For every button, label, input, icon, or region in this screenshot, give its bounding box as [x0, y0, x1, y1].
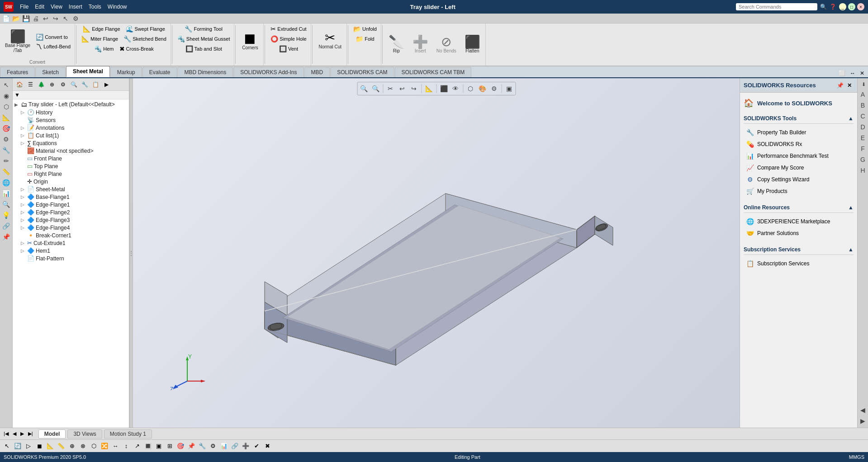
left-icon-11[interactable]: 🔍 [1, 199, 11, 209]
hem-button[interactable]: 🔩 Hem [92, 44, 116, 53]
bbt-17[interactable]: 🎯 [175, 441, 185, 451]
tab-sw-cam-tbm[interactable]: SOLIDWORKS CAM TBM [395, 67, 472, 77]
tab-mbd[interactable]: MBD [304, 67, 330, 77]
right-icon-9[interactable]: H [858, 165, 868, 175]
tree-item-sheet-metal[interactable]: ▷ 📄 Sheet-Metal [13, 185, 129, 193]
right-icon-8[interactable]: G [858, 155, 868, 165]
ft-filter[interactable]: 🔍 [69, 80, 79, 90]
qa-print[interactable]: 🖨 [32, 14, 40, 23]
bottom-tab-3d-views[interactable]: 3D Views [67, 429, 102, 438]
qa-options[interactable]: ⚙ [71, 14, 80, 23]
sketched-bend-button[interactable]: 🔧 Sketched Bend [121, 34, 169, 43]
vp-appearance[interactable]: 🎨 [477, 83, 488, 94]
right-icon-6[interactable]: E [858, 133, 868, 143]
tree-item-material[interactable]: 🧱 Material <not specified> [13, 147, 129, 155]
search-input[interactable] [736, 3, 817, 10]
menu-file[interactable]: File [17, 3, 31, 11]
cross-break-button[interactable]: ✖ Cross-Break [117, 44, 156, 53]
bbt-1[interactable]: ↖ [2, 441, 12, 451]
tab-sw-cam[interactable]: SOLIDWORKS CAM [330, 67, 394, 77]
tree-item-hem1[interactable]: ▷ 🔷 Hem1 [13, 247, 129, 255]
welcome-item[interactable]: 🏠 Welcome to SOLIDWORKS [744, 96, 854, 113]
tab-and-slot-button[interactable]: 🔲 Tab and Slot [183, 44, 224, 53]
close-button[interactable]: × [857, 3, 864, 10]
qa-save[interactable]: 💾 [22, 14, 30, 23]
minimize-button[interactable]: _ [839, 3, 846, 10]
bbt-14[interactable]: 🔳 [143, 441, 153, 451]
tab-evaluate[interactable]: Evaluate [142, 67, 177, 77]
vp-standard-views[interactable]: 📐 [423, 83, 434, 94]
bbt-23[interactable]: ➕ [241, 441, 251, 451]
vp-more[interactable]: ▣ [503, 83, 514, 94]
simple-hole-button[interactable]: ⭕ Simple Hole [268, 34, 308, 43]
bbt-12[interactable]: ↕ [121, 441, 131, 451]
tree-item-cutlist[interactable]: ▷ 📋 Cut list(1) [13, 132, 129, 139]
vp-redo[interactable]: ↪ [408, 83, 419, 94]
tab-close-button[interactable]: ✕ [858, 69, 866, 77]
ft-home[interactable]: 🏠 [14, 80, 24, 90]
insert-button[interactable]: ➕ Insert [409, 33, 432, 56]
ft-settings[interactable]: ⚙ [58, 80, 68, 90]
tree-item-annotations[interactable]: ▷ 📝 Annotations [13, 124, 129, 132]
vp-cut[interactable]: ✂ [385, 83, 396, 94]
extruded-cut-button[interactable]: ✂ Extruded Cut [268, 24, 308, 33]
bbt-3[interactable]: ▷ [24, 441, 33, 451]
forming-tool-button[interactable]: 🔧 Forming Tool [182, 24, 224, 33]
search-icon[interactable]: 🔍 [820, 4, 827, 10]
tree-item-cut-extrude1[interactable]: ▷ ✂ Cut-Extrude1 [13, 239, 129, 247]
tab-last-button[interactable]: ▶| [26, 430, 35, 438]
bbt-15[interactable]: ▣ [154, 441, 164, 451]
right-icon-bottom2[interactable]: ▶ [858, 416, 868, 426]
maximize-button[interactable]: □ [848, 3, 855, 10]
tree-item-equations[interactable]: ▷ ∑ Equations [13, 139, 129, 147]
ft-center[interactable]: ⊕ [47, 80, 57, 90]
left-icon-5[interactable]: ⚙ [1, 134, 11, 144]
tree-item-edge-flange3[interactable]: ▷ 🔷 Edge-Flange3 [13, 216, 129, 224]
convert-to-button[interactable]: 🔄 Convert to [33, 33, 73, 42]
vp-undo[interactable]: ↩ [397, 83, 408, 94]
edge-flange-button[interactable]: 📐 Edge Flange [81, 24, 122, 33]
left-icon-9[interactable]: 🌐 [1, 178, 11, 188]
left-icon-7[interactable]: ✏ [1, 156, 11, 166]
swept-flange-button[interactable]: 🌊 Swept Flange [123, 24, 167, 33]
miter-flange-button[interactable]: 📐 Miter Flange [79, 34, 120, 43]
sw-rx-item[interactable]: 💊 SOLIDWORKS Rx [744, 138, 854, 150]
fold-button[interactable]: 📁 Fold [353, 34, 376, 43]
menu-insert[interactable]: Insert [66, 3, 85, 11]
tree-item-edge-flange4[interactable]: ▷ 🔷 Edge-Flange4 [13, 224, 129, 231]
left-icon-13[interactable]: 🔗 [1, 221, 11, 231]
sheet-metal-gusset-button[interactable]: 🔩 Sheet Metal Gusset [175, 34, 232, 43]
bbt-9[interactable]: ⬡ [89, 441, 99, 451]
right-icon-3[interactable]: B [858, 100, 868, 110]
bbt-20[interactable]: ⚙ [208, 441, 218, 451]
tab-expand-button[interactable]: ⬜ [837, 69, 847, 77]
panel-close-button[interactable]: ✕ [845, 81, 854, 90]
right-icon-7[interactable]: F [858, 144, 868, 154]
bbt-2[interactable]: 🔄 [13, 441, 23, 451]
vent-button[interactable]: 🔲 Vent [277, 44, 300, 53]
ft-list[interactable]: ☰ [25, 80, 35, 90]
left-icon-6[interactable]: 🔧 [1, 145, 11, 155]
tab-mbd-dimensions[interactable]: MBD Dimensions [177, 67, 233, 77]
bbt-18[interactable]: 📌 [186, 441, 196, 451]
left-icon-4[interactable]: 🎯 [1, 123, 11, 133]
ft-more2[interactable]: 📋 [90, 80, 100, 90]
left-icon-10[interactable]: 📊 [1, 189, 11, 198]
tree-item-break-corner1[interactable]: 🔸 Break-Corner1 [13, 231, 129, 239]
left-icon-3[interactable]: 📐 [1, 113, 11, 123]
left-icon-1[interactable]: ◉ [1, 91, 11, 101]
corners-button[interactable]: ◼ Corners [239, 24, 261, 56]
tree-root[interactable]: ▶ 🗂 Tray slider - Left (Default<<Default… [13, 100, 129, 108]
3d-viewport[interactable]: 🔍 🔍 ✂ ↩ ↪ 📐 ⬛ 👁 ⬡ 🎨 ⚙ ▣ [133, 78, 740, 428]
qa-select[interactable]: ↖ [62, 14, 70, 23]
my-products-item[interactable]: 🛒 My Products [744, 185, 854, 197]
tree-item-base-flange1[interactable]: ▷ 🔷 Base-Flange1 [13, 193, 129, 201]
compare-score-item[interactable]: 📈 Compare My Score [744, 162, 854, 174]
bottom-tab-motion-study[interactable]: Motion Study 1 [104, 429, 152, 438]
ft-more1[interactable]: 🔧 [80, 80, 90, 90]
subscription-header[interactable]: Subscription Services ▲ [744, 245, 854, 255]
rip-button[interactable]: 🔪 Rip [385, 33, 408, 56]
bbt-19[interactable]: 🔧 [197, 441, 207, 451]
subscription-services-item[interactable]: 📋 Subscription Services [744, 258, 854, 269]
bottom-tab-model[interactable]: Model [38, 429, 66, 438]
